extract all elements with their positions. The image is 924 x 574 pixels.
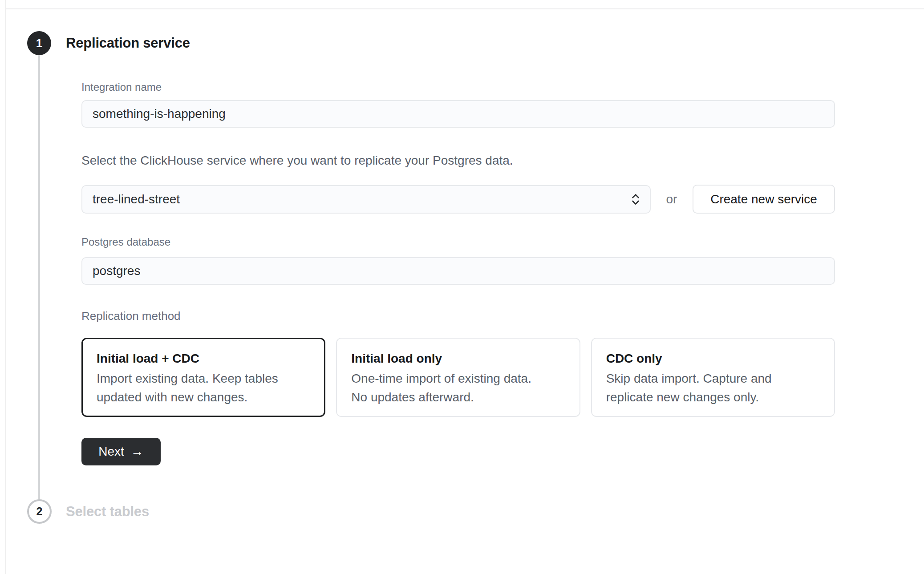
- method-card-description: Skip data import. Capture and replicate …: [606, 369, 821, 407]
- step-1-number: 1: [36, 36, 42, 50]
- step-1-indicator: 1: [27, 31, 51, 55]
- method-card-cdc-only[interactable]: CDC only Skip data import. Capture and r…: [591, 338, 835, 417]
- integration-name-label: Integration name: [81, 81, 835, 94]
- panel-left-border: [5, 0, 6, 574]
- replication-method-label: Replication method: [81, 309, 835, 323]
- next-button[interactable]: Next →: [81, 438, 161, 465]
- postgres-database-label: Postgres database: [81, 235, 835, 249]
- method-card-description: One-time import of existing data. No upd…: [351, 369, 566, 407]
- create-new-service-button[interactable]: Create new service: [693, 185, 835, 214]
- service-select[interactable]: tree-lined-street: [81, 185, 651, 214]
- arrow-right-icon: →: [131, 445, 144, 458]
- postgres-database-input[interactable]: [81, 257, 835, 285]
- next-button-label: Next: [98, 445, 124, 459]
- method-card-title: CDC only: [606, 350, 821, 367]
- panel-top-border: [5, 8, 924, 9]
- integration-name-input[interactable]: [81, 100, 835, 128]
- method-card-initial-load-only[interactable]: Initial load only One-time import of exi…: [336, 338, 580, 417]
- method-card-initial-load-cdc[interactable]: Initial load + CDC Import existing data.…: [81, 338, 325, 417]
- or-label: or: [651, 192, 693, 206]
- method-card-title: Initial load only: [351, 350, 566, 367]
- replication-service-form: Integration name Select the ClickHouse s…: [81, 81, 835, 465]
- step-2-title: Select tables: [66, 499, 149, 524]
- step-2-number: 2: [36, 505, 43, 518]
- step-2-indicator: 2: [27, 499, 52, 524]
- service-select-value: tree-lined-street: [93, 192, 180, 206]
- replication-method-options: Initial load + CDC Import existing data.…: [81, 338, 835, 417]
- step-1-title: Replication service: [66, 31, 190, 55]
- stepper-connector-line: [38, 55, 40, 500]
- chevron-up-down-icon: [630, 193, 641, 206]
- method-card-title: Initial load + CDC: [97, 350, 311, 367]
- service-select-description: Select the ClickHouse service where you …: [81, 153, 835, 168]
- service-select-row: tree-lined-street or Create new service: [81, 185, 835, 214]
- method-card-description: Import existing data. Keep tables update…: [97, 369, 311, 407]
